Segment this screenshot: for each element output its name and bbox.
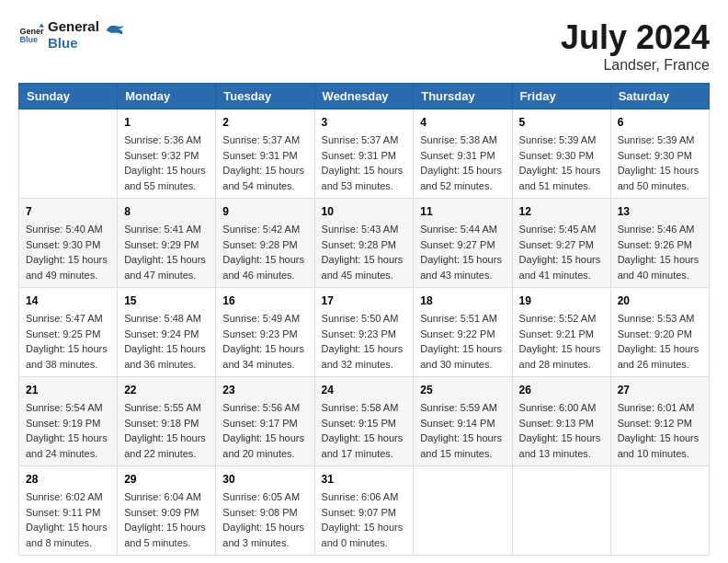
day-number: 2	[222, 114, 307, 131]
info-line: Sunset: 9:22 PM	[420, 327, 505, 342]
info-line: Daylight: 15 hours	[420, 252, 505, 268]
info-line: and 53 minutes.	[322, 178, 407, 194]
calendar-header-row: SundayMondayTuesdayWednesdayThursdayFrid…	[19, 84, 710, 109]
info-line: Daylight: 15 hours	[222, 341, 307, 357]
info-line: Sunrise: 5:51 AM	[420, 311, 505, 327]
calendar-cell	[610, 466, 709, 556]
info-line: Sunrise: 5:50 AM	[322, 311, 407, 327]
info-line: Daylight: 15 hours	[420, 163, 505, 178]
info-line: and 28 minutes.	[519, 357, 604, 373]
logo-text-blue: Blue	[48, 35, 99, 52]
info-line: Daylight: 15 hours	[322, 520, 407, 535]
day-number: 31	[322, 471, 407, 488]
day-number: 6	[618, 114, 702, 131]
cell-sun-info: Sunrise: 5:38 AMSunset: 9:31 PMDaylight:…	[420, 132, 505, 193]
cell-sun-info: Sunrise: 5:39 AMSunset: 9:30 PMDaylight:…	[519, 132, 604, 193]
info-line: Sunset: 9:07 PM	[322, 505, 407, 521]
day-number: 17	[322, 293, 407, 309]
cell-sun-info: Sunrise: 5:52 AMSunset: 9:21 PMDaylight:…	[519, 311, 604, 372]
info-line: Sunset: 9:26 PM	[618, 237, 702, 253]
info-line: Sunset: 9:30 PM	[26, 237, 110, 253]
info-line: Daylight: 15 hours	[124, 341, 209, 357]
day-number: 24	[322, 382, 407, 398]
day-number: 5	[519, 114, 604, 131]
info-line: Sunrise: 5:37 AM	[322, 132, 407, 148]
calendar-cell	[414, 466, 512, 556]
info-line: Daylight: 15 hours	[26, 252, 110, 268]
calendar-cell: 2Sunrise: 5:37 AMSunset: 9:31 PMDaylight…	[216, 109, 314, 199]
cell-sun-info: Sunrise: 5:46 AMSunset: 9:26 PMDaylight:…	[618, 222, 702, 282]
info-line: Sunrise: 5:42 AM	[222, 222, 307, 237]
info-line: Sunset: 9:21 PM	[519, 327, 604, 342]
day-number: 1	[124, 114, 209, 131]
info-line: Sunset: 9:28 PM	[322, 237, 407, 253]
cell-sun-info: Sunrise: 5:39 AMSunset: 9:30 PMDaylight:…	[618, 132, 702, 193]
info-line: Sunset: 9:23 PM	[222, 327, 307, 342]
cell-sun-info: Sunrise: 5:41 AMSunset: 9:29 PMDaylight:…	[124, 222, 209, 282]
calendar-cell: 8Sunrise: 5:41 AMSunset: 9:29 PMDaylight…	[118, 199, 216, 288]
calendar-cell: 29Sunrise: 6:04 AMSunset: 9:09 PMDayligh…	[118, 466, 216, 556]
logo-icon: General Blue	[18, 22, 44, 48]
calendar-cell: 24Sunrise: 5:58 AMSunset: 9:15 PMDayligh…	[314, 377, 414, 466]
day-number: 22	[124, 382, 209, 398]
info-line: Sunrise: 5:44 AM	[420, 222, 505, 237]
info-line: and 41 minutes.	[519, 268, 604, 283]
info-line: Sunset: 9:28 PM	[222, 237, 307, 253]
info-line: and 49 minutes.	[26, 268, 110, 283]
info-line: Daylight: 15 hours	[222, 163, 307, 178]
day-number: 26	[519, 382, 604, 398]
calendar-cell: 14Sunrise: 5:47 AMSunset: 9:25 PMDayligh…	[19, 288, 118, 377]
calendar-cell: 16Sunrise: 5:49 AMSunset: 9:23 PMDayligh…	[216, 288, 314, 377]
info-line: and 3 minutes.	[222, 535, 307, 551]
column-header-thursday: Thursday	[414, 84, 512, 109]
cell-sun-info: Sunrise: 5:50 AMSunset: 9:23 PMDaylight:…	[322, 311, 407, 372]
calendar-cell: 18Sunrise: 5:51 AMSunset: 9:22 PMDayligh…	[414, 288, 512, 377]
cell-sun-info: Sunrise: 5:37 AMSunset: 9:31 PMDaylight:…	[322, 132, 407, 193]
info-line: Sunset: 9:27 PM	[420, 237, 505, 253]
day-number: 20	[618, 293, 702, 309]
day-number: 23	[222, 382, 307, 398]
calendar-week-row: 7Sunrise: 5:40 AMSunset: 9:30 PMDaylight…	[19, 199, 710, 288]
day-number: 28	[26, 471, 110, 488]
calendar-week-row: 21Sunrise: 5:54 AMSunset: 9:19 PMDayligh…	[19, 377, 710, 466]
info-line: and 40 minutes.	[618, 268, 702, 283]
column-header-monday: Monday	[118, 84, 216, 109]
calendar-week-row: 28Sunrise: 6:02 AMSunset: 9:11 PMDayligh…	[19, 466, 710, 556]
day-number: 18	[420, 293, 505, 309]
info-line: Sunset: 9:14 PM	[420, 416, 505, 431]
calendar-cell: 20Sunrise: 5:53 AMSunset: 9:20 PMDayligh…	[610, 288, 709, 377]
info-line: Sunrise: 5:37 AM	[222, 132, 307, 148]
info-line: and 50 minutes.	[618, 178, 702, 194]
calendar-cell: 10Sunrise: 5:43 AMSunset: 9:28 PMDayligh…	[314, 199, 414, 288]
cell-sun-info: Sunrise: 5:36 AMSunset: 9:32 PMDaylight:…	[124, 132, 209, 193]
calendar-cell: 26Sunrise: 6:00 AMSunset: 9:13 PMDayligh…	[512, 377, 610, 466]
day-number: 7	[26, 203, 110, 220]
cell-sun-info: Sunrise: 6:01 AMSunset: 9:12 PMDaylight:…	[618, 400, 702, 461]
day-number: 10	[322, 203, 407, 220]
info-line: Sunset: 9:29 PM	[124, 237, 209, 253]
page-header: General Blue General Blue July 2024 Land…	[18, 18, 710, 74]
info-line: Daylight: 15 hours	[519, 431, 604, 446]
info-line: Daylight: 15 hours	[519, 163, 604, 178]
calendar-cell: 3Sunrise: 5:37 AMSunset: 9:31 PMDaylight…	[314, 109, 414, 199]
info-line: Daylight: 15 hours	[322, 341, 407, 357]
info-line: Sunset: 9:11 PM	[26, 505, 110, 521]
calendar-cell	[19, 109, 118, 199]
info-line: and 55 minutes.	[124, 178, 209, 194]
info-line: and 46 minutes.	[222, 268, 307, 283]
day-number: 4	[420, 114, 505, 131]
info-line: Sunrise: 5:54 AM	[26, 400, 110, 416]
info-line: Daylight: 15 hours	[124, 163, 209, 178]
info-line: Daylight: 15 hours	[618, 341, 702, 357]
info-line: Sunset: 9:27 PM	[519, 237, 604, 253]
cell-sun-info: Sunrise: 5:55 AMSunset: 9:18 PMDaylight:…	[124, 400, 209, 461]
day-number: 13	[618, 203, 702, 220]
info-line: Sunrise: 6:02 AM	[26, 489, 110, 505]
svg-text:General: General	[19, 27, 44, 36]
info-line: Sunrise: 6:04 AM	[124, 489, 209, 505]
calendar-cell: 31Sunrise: 6:06 AMSunset: 9:07 PMDayligh…	[314, 466, 414, 556]
info-line: Sunset: 9:25 PM	[26, 327, 110, 342]
calendar-cell: 21Sunrise: 5:54 AMSunset: 9:19 PMDayligh…	[19, 377, 118, 466]
day-number: 21	[26, 382, 110, 398]
info-line: and 13 minutes.	[519, 446, 604, 462]
